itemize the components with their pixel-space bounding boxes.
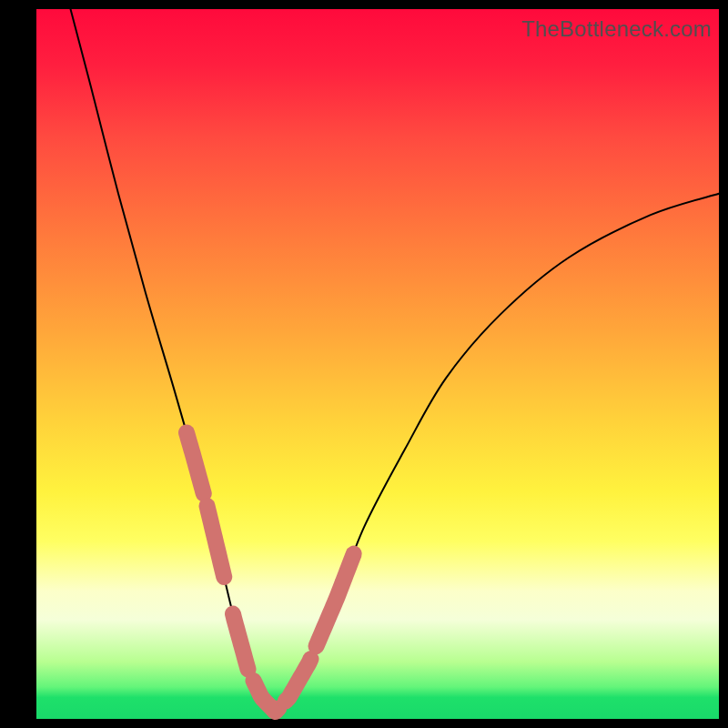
highlight-segment <box>317 554 354 646</box>
highlight-segment <box>233 614 248 670</box>
highlight-segments <box>187 432 354 712</box>
highlight-segment <box>286 659 311 701</box>
plot-area: TheBottleneck.com <box>36 9 719 719</box>
bottleneck-curve-line <box>71 9 720 712</box>
chart-frame: TheBottleneck.com <box>0 0 728 728</box>
highlight-segment <box>207 506 225 577</box>
bottleneck-curve-svg <box>36 9 719 719</box>
highlight-segment <box>187 432 204 493</box>
highlight-segment <box>254 681 279 712</box>
